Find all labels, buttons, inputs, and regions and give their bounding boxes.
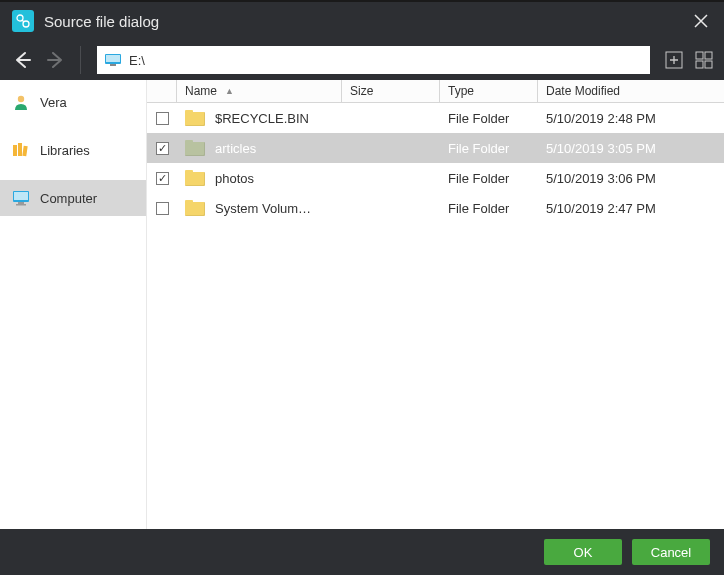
file-rows: $RECYCLE.BINFile Folder5/10/2019 2:48 PM… — [147, 103, 724, 529]
row-type: File Folder — [448, 111, 509, 126]
svg-rect-11 — [13, 145, 17, 156]
dialog-title: Source file dialog — [44, 13, 686, 30]
svg-rect-3 — [106, 55, 120, 62]
svg-point-10 — [18, 96, 24, 102]
row-name-cell: photos — [177, 170, 342, 186]
sidebar-item-computer[interactable]: Computer — [0, 180, 146, 216]
row-checkbox[interactable] — [156, 172, 169, 185]
toolbar-separator — [80, 46, 81, 74]
file-row[interactable]: articlesFile Folder5/10/2019 3:05 PM — [147, 133, 724, 163]
column-header-name[interactable]: Name▲ — [177, 80, 342, 102]
libraries-icon — [12, 141, 30, 159]
svg-rect-12 — [18, 143, 22, 156]
user-icon — [12, 93, 30, 111]
svg-rect-4 — [110, 64, 116, 66]
sidebar-item-label: Computer — [40, 191, 97, 206]
svg-rect-17 — [16, 204, 26, 206]
sidebar-item-label: Vera — [40, 95, 67, 110]
cancel-button[interactable]: Cancel — [632, 539, 710, 565]
row-checkbox-cell — [147, 112, 177, 125]
row-name-cell: articles — [177, 140, 342, 156]
path-text: E:\ — [129, 53, 145, 68]
row-checkbox[interactable] — [156, 112, 169, 125]
row-type-cell: File Folder — [440, 111, 538, 126]
path-bar[interactable]: E:\ — [97, 46, 650, 74]
monitor-icon — [105, 54, 121, 66]
column-header-checkbox[interactable] — [147, 80, 177, 102]
column-headers: Name▲ Size Type Date Modified — [147, 80, 724, 103]
row-type: File Folder — [448, 171, 509, 186]
view-button[interactable] — [692, 48, 716, 72]
add-button[interactable] — [662, 48, 686, 72]
column-label: Date Modified — [546, 84, 620, 98]
toolbar: E:\ — [0, 40, 724, 80]
app-icon — [12, 10, 34, 32]
dialog-window: Source file dialog E:\ V — [0, 0, 724, 575]
row-type: File Folder — [448, 141, 509, 156]
column-label: Name — [185, 84, 217, 98]
svg-rect-9 — [705, 61, 712, 68]
row-date: 5/10/2019 2:48 PM — [546, 111, 656, 126]
row-date-cell: 5/10/2019 2:47 PM — [538, 201, 724, 216]
column-label: Size — [350, 84, 373, 98]
column-header-type[interactable]: Type — [440, 80, 538, 102]
row-date: 5/10/2019 3:05 PM — [546, 141, 656, 156]
file-row[interactable]: photosFile Folder5/10/2019 3:06 PM — [147, 163, 724, 193]
sidebar-item-libraries[interactable]: Libraries — [0, 132, 146, 168]
row-type-cell: File Folder — [440, 201, 538, 216]
row-date-cell: 5/10/2019 2:48 PM — [538, 111, 724, 126]
row-type-cell: File Folder — [440, 141, 538, 156]
titlebar: Source file dialog — [0, 0, 724, 40]
row-name: System Volum… — [215, 201, 311, 216]
ok-button[interactable]: OK — [544, 539, 622, 565]
sidebar-item-label: Libraries — [40, 143, 90, 158]
column-label: Type — [448, 84, 474, 98]
folder-icon — [185, 140, 205, 156]
back-button[interactable] — [8, 46, 36, 74]
computer-icon — [12, 189, 30, 207]
column-header-size[interactable]: Size — [342, 80, 440, 102]
row-type: File Folder — [448, 201, 509, 216]
row-checkbox-cell — [147, 142, 177, 155]
row-date-cell: 5/10/2019 3:06 PM — [538, 171, 724, 186]
plus-box-icon — [665, 51, 683, 69]
close-icon — [694, 14, 708, 28]
svg-rect-16 — [18, 202, 24, 204]
file-row[interactable]: $RECYCLE.BINFile Folder5/10/2019 2:48 PM — [147, 103, 724, 133]
grid-view-icon — [695, 51, 713, 69]
svg-rect-13 — [22, 146, 27, 156]
file-row[interactable]: System Volum…File Folder5/10/2019 2:47 P… — [147, 193, 724, 223]
file-list: Name▲ Size Type Date Modified $RECYCLE.B… — [147, 80, 724, 529]
row-name: $RECYCLE.BIN — [215, 111, 309, 126]
sidebar-separator — [0, 168, 146, 180]
close-button[interactable] — [686, 6, 716, 36]
back-icon — [12, 50, 32, 70]
folder-icon — [185, 170, 205, 186]
svg-rect-7 — [705, 52, 712, 59]
row-checkbox-cell — [147, 202, 177, 215]
row-date: 5/10/2019 2:47 PM — [546, 201, 656, 216]
folder-icon — [185, 110, 205, 126]
row-date-cell: 5/10/2019 3:05 PM — [538, 141, 724, 156]
row-name: articles — [215, 141, 256, 156]
forward-icon — [46, 50, 66, 70]
sidebar-separator — [0, 120, 146, 132]
svg-rect-6 — [696, 52, 703, 59]
dialog-footer: OK Cancel — [0, 529, 724, 575]
content-area: Vera Libraries Computer Name▲ Size — [0, 80, 724, 529]
row-name-cell: System Volum… — [177, 200, 342, 216]
sidebar-item-vera[interactable]: Vera — [0, 84, 146, 120]
sidebar: Vera Libraries Computer — [0, 80, 147, 529]
svg-rect-15 — [14, 192, 28, 200]
row-name: photos — [215, 171, 254, 186]
forward-button[interactable] — [42, 46, 70, 74]
svg-rect-8 — [696, 61, 703, 68]
row-type-cell: File Folder — [440, 171, 538, 186]
row-checkbox[interactable] — [156, 202, 169, 215]
row-checkbox-cell — [147, 172, 177, 185]
row-name-cell: $RECYCLE.BIN — [177, 110, 342, 126]
row-checkbox[interactable] — [156, 142, 169, 155]
folder-icon — [185, 200, 205, 216]
sort-asc-icon: ▲ — [225, 86, 234, 96]
column-header-date[interactable]: Date Modified — [538, 80, 724, 102]
